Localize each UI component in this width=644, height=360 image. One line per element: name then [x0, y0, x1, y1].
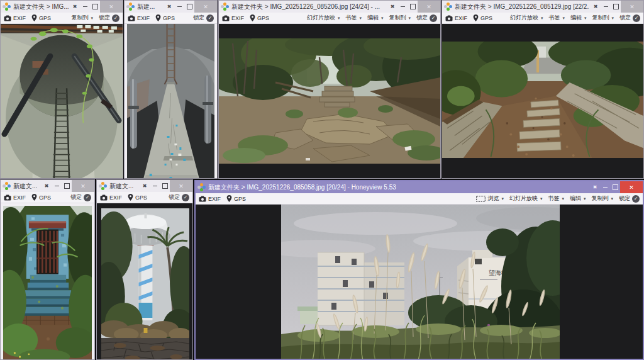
- titlebar[interactable]: 新建文件夹 > IMG_20251226_085129.jpg [22/2...…: [442, 1, 643, 13]
- titlebar[interactable]: 新建文件夹 > IMG... ✖ ✕: [1, 1, 123, 13]
- photo-stone-steps[interactable]: [442, 42, 643, 158]
- image-viewport: [1, 24, 123, 178]
- check-icon: ✓: [632, 195, 640, 203]
- chevron-down-icon: ▾: [611, 196, 613, 201]
- bookmarks-button[interactable]: 书签▾: [345, 14, 362, 22]
- maximize-button[interactable]: [62, 180, 72, 192]
- exif-button[interactable]: EXIF: [4, 15, 26, 21]
- photo-forest-clearing[interactable]: [219, 38, 440, 164]
- gps-button[interactable]: GPS: [155, 14, 175, 21]
- lock-toggle[interactable]: 锁定✓: [416, 14, 437, 22]
- lock-toggle[interactable]: 锁定✓: [619, 194, 640, 203]
- maximize-button[interactable]: [184, 1, 194, 13]
- photo-tower-walkway[interactable]: [127, 24, 214, 178]
- photo-buildings-grass[interactable]: 望海楼: [281, 205, 560, 359]
- toolbar: EXIF GPS 幻灯片放映▾ 书签▾ 编辑▾ 复制到▾ 锁定✓: [442, 13, 643, 24]
- titlebar[interactable]: 新建文... ✖ ✕: [97, 180, 192, 192]
- gps-button[interactable]: GPS: [473, 14, 492, 21]
- maximize-button[interactable]: [611, 1, 621, 13]
- pin-icon[interactable]: ✖: [164, 1, 174, 13]
- minimize-button[interactable]: [150, 180, 160, 192]
- window-title: 新建文件夹 > IMG_20251226_085206.jpg [24/24] …: [231, 3, 386, 11]
- viewer-window-6: 新建文... ✖ ✕ EXIF GPS 锁定✓: [96, 179, 193, 360]
- lock-toggle[interactable]: 锁定✓: [619, 14, 640, 22]
- slideshow-button[interactable]: 幻灯片放映▾: [509, 194, 543, 203]
- edit-button[interactable]: 编辑▾: [570, 194, 586, 203]
- slideshow-button[interactable]: 幻灯片放映▾: [307, 14, 340, 22]
- window-title: 新建文件夹 > IMG...: [13, 3, 69, 11]
- exif-button[interactable]: EXIF: [222, 15, 244, 21]
- copy-to-button[interactable]: 复制到▾: [71, 14, 93, 22]
- exif-button[interactable]: EXIF: [100, 194, 122, 201]
- maximize-button[interactable]: [160, 180, 170, 192]
- copy-to-button[interactable]: 复制到▾: [592, 14, 614, 22]
- copy-to-button[interactable]: 复制到▾: [591, 194, 613, 203]
- pin-icon[interactable]: ✖: [140, 180, 150, 192]
- chevron-down-icon: ▾: [381, 16, 384, 21]
- edit-button[interactable]: 编辑▾: [367, 14, 384, 22]
- titlebar[interactable]: 新建文... ✖ ✕: [1, 180, 94, 192]
- chevron-down-icon: ▾: [541, 16, 543, 21]
- titlebar[interactable]: 新建文件夹 > IMG_20251226_085058.jpg [20/24] …: [196, 181, 643, 193]
- bookmarks-button[interactable]: 书签▾: [548, 194, 564, 203]
- close-button[interactable]: ✕: [100, 1, 123, 13]
- maximize-button[interactable]: [408, 1, 418, 13]
- pin-icon[interactable]: ✖: [42, 180, 52, 192]
- lock-toggle[interactable]: 锁定✓: [70, 193, 91, 201]
- honeyview-logo-icon: [126, 3, 135, 11]
- lock-toggle[interactable]: 锁定✓: [193, 14, 214, 22]
- close-button[interactable]: ✕: [621, 1, 643, 13]
- pin-icon[interactable]: ✖: [387, 1, 397, 13]
- chevron-down-icon: ▾: [501, 196, 504, 201]
- camera-icon: [222, 15, 230, 21]
- maximize-button[interactable]: [90, 1, 100, 13]
- close-button[interactable]: ✕: [620, 181, 643, 193]
- maximize-button[interactable]: [610, 181, 620, 193]
- close-button[interactable]: ✕: [418, 1, 440, 13]
- close-button[interactable]: ✕: [170, 180, 192, 192]
- photo-blue-entrance[interactable]: [3, 206, 92, 359]
- honeyview-logo-icon: [444, 3, 452, 11]
- location-pin-icon: [155, 14, 161, 21]
- minimize-button[interactable]: [80, 1, 90, 13]
- chevron-down-icon: ▾: [408, 16, 411, 21]
- bookmarks-button[interactable]: 书签▾: [548, 14, 565, 22]
- close-button[interactable]: ✕: [194, 1, 217, 13]
- pin-icon[interactable]: ✖: [591, 1, 601, 13]
- camera-icon: [128, 15, 135, 21]
- viewer-window-3: 新建文件夹 > IMG_20251226_085206.jpg [24/24] …: [218, 0, 441, 179]
- gps-button[interactable]: GPS: [128, 194, 147, 201]
- photo-tower-interior-up[interactable]: [1, 24, 123, 178]
- honeyview-logo-icon: [3, 182, 11, 190]
- honeyview-logo-icon: [197, 183, 206, 191]
- minimize-button[interactable]: [174, 1, 184, 13]
- gps-button[interactable]: GPS: [250, 14, 269, 21]
- edit-button[interactable]: 编辑▾: [570, 14, 587, 22]
- gps-button[interactable]: GPS: [226, 195, 246, 202]
- check-icon: ✓: [633, 14, 640, 22]
- titlebar[interactable]: 新建文件夹 > IMG_20251226_085206.jpg [24/24] …: [219, 1, 440, 13]
- minimize-button[interactable]: [397, 1, 408, 13]
- pin-icon[interactable]: ✖: [590, 181, 600, 193]
- photo-water-tower[interactable]: [101, 208, 189, 359]
- titlebar[interactable]: 新建... ✖ ✕: [125, 1, 217, 13]
- lock-toggle[interactable]: 锁定✓: [99, 14, 119, 22]
- location-pin-icon: [31, 194, 37, 201]
- minimize-button[interactable]: [52, 180, 62, 192]
- gps-button[interactable]: GPS: [31, 14, 51, 21]
- browse-button[interactable]: 浏览▾: [476, 194, 504, 203]
- gps-button[interactable]: GPS: [31, 194, 51, 201]
- minimize-button[interactable]: [600, 181, 610, 193]
- exif-button[interactable]: EXIF: [4, 194, 26, 201]
- close-button[interactable]: ✕: [72, 180, 94, 192]
- lock-toggle[interactable]: 锁定✓: [169, 193, 189, 201]
- slideshow-button[interactable]: 幻灯片放映▾: [510, 14, 543, 22]
- minimize-button[interactable]: [601, 1, 611, 13]
- exif-button[interactable]: EXIF: [128, 15, 150, 21]
- copy-to-button[interactable]: 复制到▾: [389, 14, 411, 22]
- chevron-down-icon: ▾: [359, 16, 362, 21]
- exif-button[interactable]: EXIF: [445, 15, 467, 21]
- exif-button[interactable]: EXIF: [199, 196, 221, 202]
- pin-icon[interactable]: ✖: [70, 1, 80, 13]
- camera-icon: [100, 194, 108, 201]
